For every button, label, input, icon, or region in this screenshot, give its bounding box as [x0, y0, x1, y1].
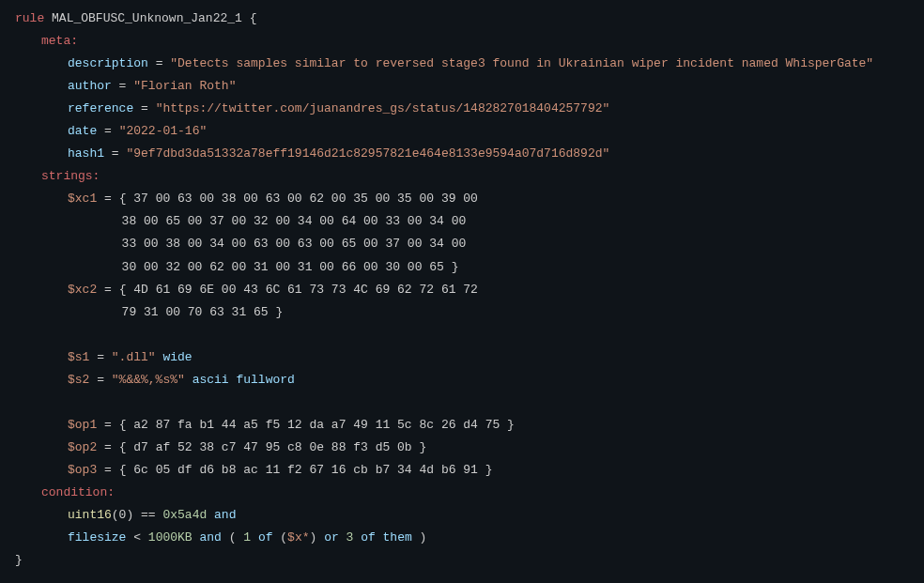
hex-bytes: 30 00 32 00 62 00 31 00 31 00 66 00 30 0… [107, 260, 458, 274]
keyword-meta: meta: [41, 34, 78, 48]
string-s1: $s1 = ".dll" wide [15, 346, 909, 369]
string-op2: $op2 = { d7 af 52 38 c7 47 95 c8 0e 88 f… [15, 437, 909, 459]
condition-line1: uint16(0) == 0x5a4d and [15, 504, 909, 527]
field-key: author [68, 79, 112, 93]
variable-name: $op3 [68, 463, 97, 477]
close-brace: } [15, 553, 23, 567]
variable-name: $s1 [68, 350, 89, 364]
equals: = [97, 418, 118, 432]
hex-bytes: { 4D 61 69 6E 00 43 6C 61 73 73 4C 69 62… [119, 283, 478, 297]
equals: = [97, 124, 118, 138]
hex-bytes: 38 00 65 00 37 00 32 00 34 00 64 00 33 0… [107, 214, 466, 228]
modifier: wide [162, 350, 192, 364]
equals: = [97, 440, 118, 454]
equals: = [148, 56, 170, 70]
close-brace-line: } [15, 549, 909, 572]
function-args: (0) [112, 508, 133, 522]
string-value: ".dll" [112, 350, 156, 364]
paren: ( [229, 530, 244, 545]
field-value: "9ef7dbd3da51332a78eff19146d21c82957821e… [126, 146, 609, 161]
variable-name: $op2 [68, 440, 97, 454]
meta-description: description = "Detects samples similar t… [15, 53, 909, 75]
paren: ) [420, 530, 427, 545]
string-s2: $s2 = "%&&%,%s%" ascii fullword [15, 369, 909, 391]
hex-bytes: { 37 00 63 00 38 00 63 00 62 00 35 00 35… [119, 192, 478, 206]
code-editor: rule MAL_OBFUSC_Unknown_Jan22_1 { meta: … [15, 8, 909, 572]
variable-name: $s2 [68, 373, 89, 387]
keyword-condition: condition: [41, 485, 115, 499]
hex-bytes: { a2 87 fa b1 44 a5 f5 12 da a7 49 11 5c… [119, 418, 515, 432]
equals: = [112, 79, 133, 93]
keyword-rule: rule [15, 11, 44, 25]
keyword-strings: strings: [41, 169, 100, 183]
operator: == [133, 508, 162, 522]
meta-hash1: hash1 = "9ef7dbd3da51332a78eff19146d21c8… [15, 143, 909, 165]
condition-line2: filesize < 1000KB and ( 1 of ($x*) or 3 … [15, 527, 909, 549]
field-key: description [68, 56, 148, 70]
paren: ( [280, 530, 287, 545]
string-xc1-line4: 30 00 32 00 62 00 31 00 31 00 66 00 30 0… [15, 256, 909, 279]
string-xc1-line1: $xc1 = { 37 00 63 00 38 00 63 00 62 00 3… [15, 188, 909, 210]
field-key: hash1 [68, 146, 104, 161]
keyword-or: or [316, 530, 346, 545]
equals: = [97, 283, 118, 297]
hex-bytes: { 6c 05 df d6 b8 ac 11 f2 67 16 cb b7 34… [119, 463, 493, 477]
hex-bytes: 79 31 00 70 63 31 65 } [107, 305, 283, 319]
string-op3: $op3 = { 6c 05 df d6 b8 ac 11 f2 67 16 c… [15, 459, 909, 482]
blank-line [15, 324, 909, 346]
equals: = [97, 192, 118, 206]
field-key: date [68, 124, 97, 138]
meta-reference: reference = "https://twitter.com/juanand… [15, 98, 909, 120]
string-op1: $op1 = { a2 87 fa b1 44 a5 f5 12 da a7 4… [15, 414, 909, 437]
field-value: "Florian Roth" [133, 79, 236, 93]
string-xc2-line2: 79 31 00 70 63 31 65 } [15, 301, 909, 324]
field-value: "https://twitter.com/juanandres_gs/statu… [156, 101, 610, 115]
rule-name: MAL_OBFUSC_Unknown_Jan22_1 [52, 11, 242, 25]
equals: = [89, 350, 111, 364]
string-xc1-line2: 38 00 65 00 37 00 32 00 34 00 64 00 33 0… [15, 210, 909, 233]
field-key: reference [68, 101, 133, 115]
hex-bytes: 33 00 38 00 34 00 63 00 63 00 65 00 37 0… [107, 237, 466, 251]
equals: = [104, 146, 126, 161]
size-literal: 1000KB [148, 530, 192, 545]
variable-ref: $x* [287, 530, 309, 545]
rule-declaration: rule MAL_OBFUSC_Unknown_Jan22_1 { [15, 8, 909, 30]
field-value: "2022-01-16" [119, 124, 208, 138]
variable-name: $xc1 [68, 192, 97, 206]
open-brace: { [250, 11, 257, 25]
variable-name: $op1 [68, 418, 97, 432]
keyword-and: and [192, 530, 229, 545]
string-value: "%&&%,%s%" [112, 373, 185, 387]
meta-author: author = "Florian Roth" [15, 75, 909, 98]
blank-line [15, 391, 909, 414]
filesize-keyword: filesize [68, 530, 126, 545]
field-value: "Detects samples similar to reversed sta… [170, 56, 873, 70]
equals: = [89, 373, 111, 387]
string-xc2-line1: $xc2 = { 4D 61 69 6E 00 43 6C 61 73 73 4… [15, 279, 909, 301]
operator: < [126, 530, 147, 545]
hex-literal: 0x5a4d [162, 508, 207, 522]
hex-bytes: { d7 af 52 38 c7 47 95 c8 0e 88 f3 d5 0b… [119, 440, 427, 454]
string-xc1-line3: 33 00 38 00 34 00 63 00 63 00 65 00 37 0… [15, 233, 909, 255]
strings-section-header: strings: [15, 165, 909, 188]
equals: = [133, 101, 155, 115]
number: 1 [243, 530, 251, 545]
keyword-and: and [207, 508, 236, 522]
meta-date: date = "2022-01-16" [15, 120, 909, 143]
condition-section-header: condition: [15, 482, 909, 504]
function-name: uint16 [68, 508, 112, 522]
meta-section-header: meta: [15, 30, 909, 53]
modifier: ascii fullword [192, 373, 295, 387]
keyword-of: of them [353, 530, 419, 545]
variable-name: $xc2 [68, 283, 97, 297]
keyword-of: of [251, 530, 280, 545]
equals: = [97, 463, 118, 477]
